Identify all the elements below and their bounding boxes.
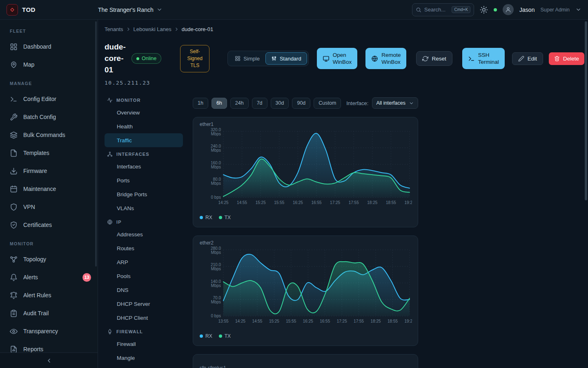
window-scrollbar[interactable] — [585, 21, 587, 200]
legend-tx[interactable]: TX — [219, 215, 231, 220]
subnav-item-mangle[interactable]: Mangle — [105, 351, 183, 365]
breadcrumb-tenant[interactable]: Lebowski Lanes — [134, 26, 172, 32]
view-mode-simple[interactable]: Simple — [229, 52, 265, 65]
user-menu-chevron-icon[interactable] — [575, 7, 581, 13]
open-winbox-button[interactable]: Open WinBox — [317, 48, 358, 69]
subnav-item-overview[interactable]: Overview — [105, 105, 183, 119]
calendar-icon — [10, 185, 18, 193]
subnav-item-routes[interactable]: Routes — [105, 241, 183, 255]
subnav-item-interfaces[interactable]: Interfaces — [105, 159, 183, 173]
sidebar-item-map[interactable]: Map — [0, 56, 98, 74]
sidebar-item-label: Certificates — [23, 222, 52, 228]
range-1h[interactable]: 1h — [193, 98, 208, 109]
range-7d[interactable]: 7d — [252, 98, 267, 109]
legend-tx[interactable]: TX — [219, 333, 231, 339]
svg-text:15:55: 15:55 — [274, 200, 284, 205]
delete-button[interactable]: Delete — [549, 52, 584, 65]
dashboard-icon — [10, 43, 18, 51]
subnav-item-arp[interactable]: ARP — [105, 255, 183, 269]
tenant-selector[interactable]: The Stranger's Ranch — [98, 7, 163, 13]
sidebar-item-alerts[interactable]: Alerts 13 — [0, 268, 98, 286]
range-6h[interactable]: 6h — [212, 98, 227, 109]
brand: TOD — [0, 4, 98, 16]
status-label: Online — [142, 56, 156, 61]
legend-rx[interactable]: RX — [200, 333, 212, 339]
subnav-item-pools[interactable]: Pools — [105, 269, 183, 283]
sidebar-item-label: Templates — [23, 150, 49, 156]
sidebar-item-label: Map — [23, 61, 34, 68]
sidebar-item-alert-rules[interactable]: Alert Rules — [0, 286, 98, 304]
sidebar-collapse[interactable] — [0, 352, 98, 368]
range-90d[interactable]: 90d — [292, 98, 310, 109]
chart-card-ether1: ether1 320.0Mbps240.0Mbps160.0Mbps80.0Mb… — [193, 117, 418, 227]
reset-button[interactable]: Reset — [416, 51, 452, 66]
remote-winbox-button[interactable]: Remote WinBox — [365, 48, 406, 69]
sidebar-item-dashboard[interactable]: Dashboard — [0, 38, 98, 56]
grid-icon — [235, 56, 241, 61]
theme-sun-icon[interactable] — [480, 6, 488, 14]
button-label: Reset — [432, 56, 446, 62]
svg-text:Mbps: Mbps — [211, 250, 221, 255]
view-mode-toggle: Simple Standard — [227, 51, 309, 66]
subnav-item-ports[interactable]: Ports — [105, 173, 183, 187]
subnav-item-health[interactable]: Health — [105, 119, 183, 133]
sidebar-item-audit-trail[interactable]: Audit Trail — [0, 304, 98, 322]
view-mode-standard[interactable]: Standard — [265, 52, 307, 65]
svg-text:0 bps: 0 bps — [211, 195, 221, 200]
app-logo[interactable] — [7, 4, 18, 16]
sidebar-item-vpn[interactable]: VPN — [0, 198, 98, 216]
sidebar-scrollbar[interactable] — [95, 21, 97, 267]
range-24h[interactable]: 24h — [230, 98, 249, 109]
interface-select[interactable]: All interfaces — [372, 97, 418, 109]
wrench-icon — [10, 113, 18, 121]
legend-label: TX — [225, 333, 231, 339]
interface-label: Interface: — [346, 100, 368, 106]
sidebar-item-transparency[interactable]: Transparency — [0, 322, 98, 340]
subnav-item-dhcp-client[interactable]: DHCP Client — [105, 311, 183, 325]
edit-button[interactable]: Edit — [512, 52, 543, 65]
sidebar-item-config-editor[interactable]: Config Editor — [0, 90, 98, 108]
sidebar-item-batch-config[interactable]: Batch Config — [0, 108, 98, 126]
subnav-item-firewall[interactable]: Firewall — [105, 337, 183, 351]
sidebar-item-templates[interactable]: Templates — [0, 144, 98, 162]
subnav-item-addr-lists[interactable]: Addr Lists — [105, 365, 183, 368]
legend-label: TX — [225, 215, 231, 220]
subnav-item-dhcp-server[interactable]: DHCP Server — [105, 297, 183, 311]
search-input[interactable] — [424, 7, 449, 13]
svg-text:Mbps: Mbps — [211, 148, 221, 153]
traffic-chart-ether1[interactable]: 320.0Mbps240.0Mbps160.0Mbps80.0Mbps0 bps… — [200, 128, 411, 214]
subnav-item-dns[interactable]: DNS — [105, 283, 183, 297]
interface-value: All interfaces — [376, 100, 405, 106]
eye-icon — [10, 328, 18, 335]
sidebar-item-bulk-commands[interactable]: Bulk Commands — [0, 126, 98, 144]
sidebar-item-label: Maintenance — [23, 186, 56, 192]
traffic-chart-ether2[interactable]: 280.0Mbps210.0Mbps140.0Mbps70.0Mbps0 bps… — [200, 247, 411, 332]
subnav-item-traffic[interactable]: Traffic — [105, 133, 183, 147]
svg-text:19:25: 19:25 — [404, 319, 412, 323]
breadcrumb-tenants[interactable]: Tenants — [105, 26, 123, 32]
sidebar-item-firmware[interactable]: Firmware — [0, 162, 98, 180]
tx-dot — [219, 334, 222, 338]
search-box[interactable]: Cmd+K — [412, 3, 474, 16]
ssh-terminal-button[interactable]: SSH Terminal — [462, 48, 505, 69]
range-30d[interactable]: 30d — [271, 98, 289, 109]
avatar[interactable] — [503, 4, 514, 15]
topbar-right: Cmd+K Jason Super Admin — [412, 3, 588, 16]
diamond-logo-icon — [9, 7, 16, 13]
time-range-group: 1h 6h 24h 7d 30d 90d Custom — [193, 98, 341, 109]
button-label: Delete — [563, 56, 579, 62]
sidebar-item-certificates[interactable]: Certificates — [0, 216, 98, 234]
range-custom[interactable]: Custom — [314, 98, 341, 109]
chart-legend: RX TX — [200, 215, 411, 220]
sidebar-item-topology[interactable]: Topology — [0, 250, 98, 268]
legend-rx[interactable]: RX — [200, 215, 212, 220]
subnav-item-addresses[interactable]: Addresses — [105, 227, 183, 241]
traffic-panel: 1h 6h 24h 7d 30d 90d Custom Interface: A… — [193, 95, 418, 368]
sidebar-item-label: Transparency — [23, 328, 58, 334]
sidebar: FLEET Dashboard Map MANAGE Config Editor… — [0, 20, 98, 368]
subnav-item-bridge-ports[interactable]: Bridge Ports — [105, 187, 183, 201]
subnav-item-vlans[interactable]: VLANs — [105, 201, 183, 215]
view-mode-label: Standard — [280, 56, 301, 62]
sidebar-item-maintenance[interactable]: Maintenance — [0, 180, 98, 198]
subnav-group-label: FIREWALL — [116, 329, 143, 334]
